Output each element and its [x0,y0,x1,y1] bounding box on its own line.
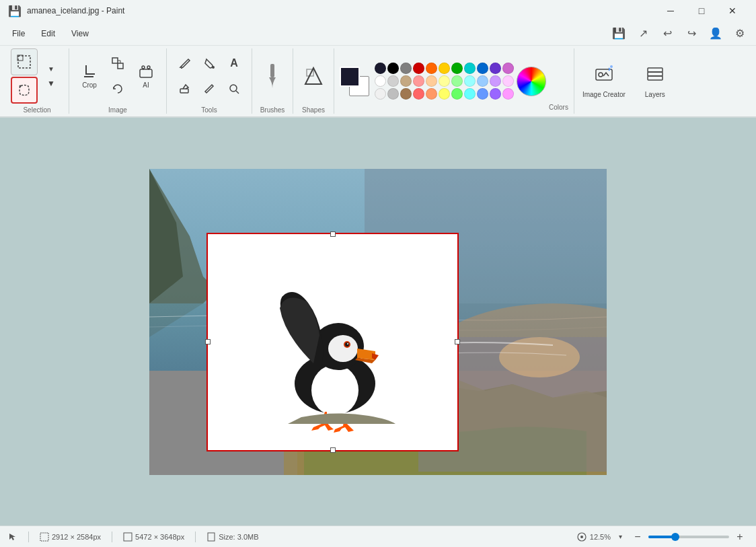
color-swatch[interactable] [464,63,476,74]
menu-file[interactable]: File [5,26,32,41]
close-button[interactable]: ✕ [717,0,748,22]
svg-point-32 [345,342,349,347]
color-swatch[interactable] [387,88,399,100]
file-size: Size: 3.0MB [219,533,258,541]
color-swatch[interactable] [375,88,386,100]
selection-freeform-button[interactable] [11,77,38,104]
image-creator-label: Image Creator [582,91,626,98]
color-swatch[interactable] [387,75,399,87]
svg-point-6 [142,66,145,69]
color-swatch[interactable] [439,63,450,74]
color-swatch[interactable] [413,75,424,87]
magnify-button[interactable] [222,77,246,101]
selection-size-area: 2912 × 2584px [40,532,101,542]
selection-size: 2912 × 2584px [52,533,101,541]
color-swatch[interactable] [502,88,514,100]
divider [112,532,112,542]
color-swatch[interactable] [451,63,463,74]
color-swatch[interactable] [490,88,501,100]
layers-icon [645,64,665,88]
ribbon-content: ▼ ▼ Selection Crop [5,48,751,114]
color-swatch[interactable] [426,75,437,87]
selection-rectangle-button[interactable] [11,48,38,75]
svg-point-2 [20,85,22,87]
eyedropper-button[interactable] [197,77,221,101]
color-swatch[interactable] [477,75,488,87]
color-swatch[interactable] [502,75,514,87]
crop-button[interactable]: Crop [75,57,104,95]
pencil-button[interactable] [172,51,196,75]
selection-arrow-button[interactable]: ▼ [39,77,63,90]
zoom-control: 12.5% ▾ − + [576,529,748,545]
color-swatch[interactable] [426,88,437,100]
redo-button[interactable]: ↪ [681,23,702,44]
color-swatch[interactable] [502,63,514,74]
color-swatch[interactable] [477,88,488,100]
maximize-button[interactable]: □ [686,0,717,22]
window-controls: ─ □ ✕ [655,0,748,22]
save-button[interactable]: 💾 [608,23,630,44]
color-swatch[interactable] [375,63,386,74]
share-button[interactable]: ↗ [632,23,654,44]
undo-button[interactable]: ↩ [656,23,678,44]
color-swatch[interactable] [451,75,463,87]
zoom-settings-icon [576,532,587,542]
canvas-size-area: 5472 × 3648px [123,532,184,542]
color-swatch[interactable] [439,88,450,100]
brushes-group-label: Brushes [260,106,285,114]
foreground-color[interactable] [340,67,360,87]
color-swatch[interactable] [426,63,437,74]
shapes-button[interactable] [299,57,328,95]
color-swatch[interactable] [490,75,501,87]
svg-rect-20 [648,68,663,72]
color-swatch[interactable] [375,75,386,87]
resize-button[interactable] [106,51,130,75]
layers-button[interactable]: Layers [634,48,677,114]
zoom-out-button[interactable]: − [630,529,646,545]
color-swatch[interactable] [490,63,501,74]
color-swatch[interactable] [464,88,476,100]
paint-canvas[interactable] [149,169,607,475]
zoom-slider[interactable] [648,536,729,538]
rotate-button[interactable] [106,77,130,101]
selection-group-label: Selection [23,106,50,114]
settings-button[interactable]: ⚙ [729,23,751,44]
svg-point-28 [311,365,358,416]
ai-button[interactable]: AI [131,57,161,95]
svg-point-33 [347,343,348,344]
color-swatch[interactable] [400,75,412,87]
canvas-size: 5472 × 3648px [135,533,184,541]
color-swatch[interactable] [400,88,412,100]
color-wheel[interactable] [517,67,546,96]
file-size-area: Size: 3.0MB [206,532,258,542]
color-swatch[interactable] [451,88,463,100]
color-swatch[interactable] [413,88,424,100]
tools-buttons: A [172,48,246,104]
canvas-wrapper [149,169,607,475]
palette-row-3 [375,88,514,100]
menu-edit[interactable]: Edit [34,26,62,41]
user-button[interactable]: 👤 [705,23,726,44]
eraser-button[interactable] [172,77,196,101]
ribbon-group-tools: A Tools [167,48,252,114]
color-swatch[interactable] [400,63,412,74]
selection-dropdown-button[interactable]: ▼ [39,62,63,75]
text-button[interactable]: A [222,51,246,75]
zoom-in-button[interactable]: + [732,529,748,545]
color-swatch[interactable] [413,63,424,74]
minimize-button[interactable]: ─ [655,0,686,22]
image-group-label: Image [108,106,127,114]
svg-rect-12 [270,64,274,77]
fill-button[interactable] [197,51,221,75]
brushes-button[interactable] [258,57,287,95]
color-swatch[interactable] [439,75,450,87]
menu-view[interactable]: View [65,26,96,41]
status-bar: 2912 × 2584px 5472 × 3648px Size: 3.0MB … [0,525,756,547]
color-swatch[interactable] [464,75,476,87]
zoom-dropdown[interactable]: ▾ [613,529,627,545]
color-swatch[interactable] [387,63,399,74]
color-swatch[interactable] [477,63,488,74]
zoom-slider-thumb[interactable] [671,533,679,541]
image-creator-button[interactable]: Image Creator [574,48,634,114]
brushes-buttons [258,48,287,104]
